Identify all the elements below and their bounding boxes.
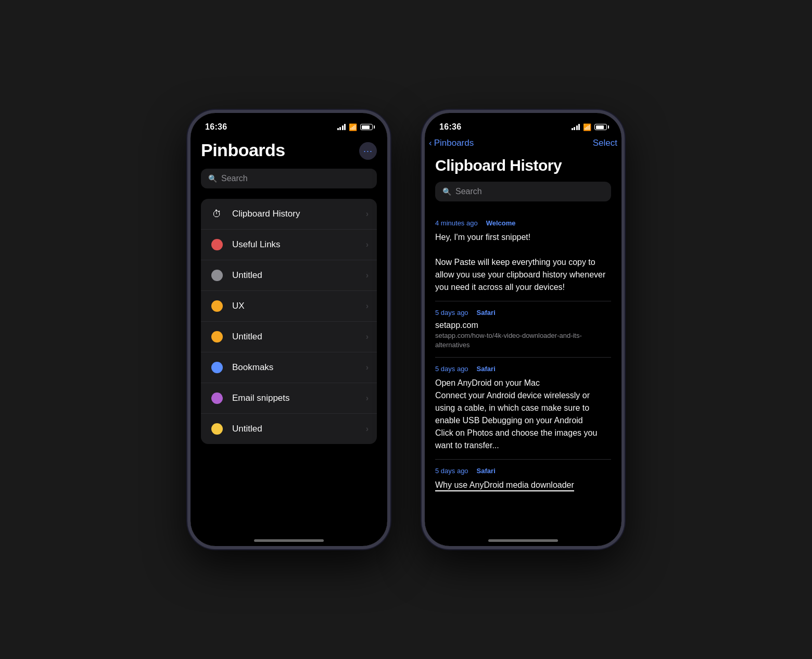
signal-icon-1: [337, 124, 346, 130]
status-icons-2: 📶: [572, 123, 607, 131]
color-dot-useful-links: [211, 239, 223, 250]
pinboards-list: ⏱ Clipboard History › Useful Links ›: [201, 199, 377, 444]
nav-bar-2: ‹ Pinboards Select: [425, 136, 621, 153]
phone-2: 16:36 📶 ‹ Pinboards Select Clipboard His…: [422, 110, 625, 549]
back-chevron-icon: ‹: [429, 138, 432, 148]
ellipsis-icon-1: ···: [363, 146, 373, 156]
list-label-email-snippets: Email snippets: [232, 393, 359, 403]
color-dot-bookmarks: [211, 362, 223, 373]
dot-icon-email-snippets: [209, 390, 225, 406]
clip-url-sub-2: setapp.com/how-to/4k-video-downloader-an…: [435, 331, 611, 350]
chevron-icon-useful-links: ›: [366, 240, 369, 249]
clip-source-4: Safari: [477, 467, 496, 475]
chevron-icon-email-snippets: ›: [366, 394, 369, 403]
chevron-icon-ux: ›: [366, 301, 369, 311]
page-title-2: Clipboard History: [435, 157, 611, 174]
list-item-email-snippets[interactable]: Email snippets ›: [201, 383, 377, 414]
clip-time-2: 5 days ago: [435, 309, 468, 316]
list-label-useful-links: Useful Links: [232, 239, 359, 250]
nav-back-button[interactable]: ‹ Pinboards: [429, 138, 474, 148]
home-indicator-1: [254, 539, 324, 542]
battery-icon-1: [360, 124, 373, 130]
nav-select-button[interactable]: Select: [593, 138, 617, 148]
dynamic-island-2: [492, 119, 554, 137]
list-item-clipboard-history[interactable]: ⏱ Clipboard History ›: [201, 199, 377, 230]
list-item-untitled-3[interactable]: Untitled ›: [201, 414, 377, 444]
search-placeholder-1: Search: [221, 174, 248, 183]
list-item-untitled-1[interactable]: Untitled ›: [201, 260, 377, 291]
list-item-ux[interactable]: UX ›: [201, 291, 377, 322]
clip-time-3: 5 days ago: [435, 365, 468, 373]
wifi-icon-1: 📶: [349, 123, 357, 131]
chevron-icon-untitled-3: ›: [366, 424, 369, 434]
battery-fill-2: [596, 125, 604, 129]
signal-icon-2: [572, 124, 580, 130]
search-bar-1[interactable]: 🔍 Search: [201, 169, 377, 188]
color-dot-ux: [211, 300, 223, 312]
nav-back-label: Pinboards: [434, 138, 474, 148]
clip-time-1: 4 minutes ago: [435, 219, 478, 227]
page-title-1: Pinboards: [201, 140, 285, 160]
dot-icon-untitled-3: [209, 421, 225, 437]
list-label-bookmarks: Bookmaks: [232, 362, 359, 373]
history-icon-container: ⏱: [209, 206, 225, 222]
color-dot-untitled-1: [211, 270, 223, 281]
clip-text-4: Why use AnyDroid media downloader: [435, 480, 574, 491]
color-dot-untitled-3: [211, 423, 223, 435]
search-bar-2[interactable]: 🔍 Search: [435, 182, 611, 201]
clip-source-2: Safari: [477, 309, 496, 316]
time-1: 16:36: [205, 122, 227, 132]
clip-meta-4: 5 days ago Safari: [435, 467, 611, 475]
clip-time-4: 5 days ago: [435, 467, 468, 475]
list-label-untitled-2: Untitled: [232, 332, 359, 342]
phone-1-content: Pinboards ··· 🔍 Search ⏱ Clipboard Histo…: [191, 136, 387, 538]
clip-meta-3: 5 days ago Safari: [435, 365, 611, 373]
color-dot-untitled-2: [211, 331, 223, 343]
battery-icon-2: [594, 124, 607, 130]
more-button-1[interactable]: ···: [359, 142, 377, 160]
home-indicator-2: [488, 539, 558, 542]
list-item-useful-links[interactable]: Useful Links ›: [201, 230, 377, 260]
clip-item-4[interactable]: 5 days ago Safari Why use AnyDroid media…: [435, 460, 611, 499]
chevron-icon-clipboard-history: ›: [366, 209, 369, 219]
search-placeholder-2: Search: [455, 187, 482, 196]
color-dot-email-snippets: [211, 392, 223, 404]
clipboard-list: 4 minutes ago Welcome Hey, I'm your firs…: [425, 212, 621, 546]
battery-fill-1: [362, 125, 370, 129]
time-2: 16:36: [439, 122, 461, 132]
list-item-bookmarks[interactable]: Bookmaks ›: [201, 352, 377, 383]
phone-2-header: Clipboard History 🔍 Search: [425, 157, 621, 201]
clip-item-3[interactable]: 5 days ago Safari Open AnyDroid on your …: [435, 358, 611, 460]
clip-meta-1: 4 minutes ago Welcome: [435, 219, 611, 227]
phone-2-screen: 16:36 📶 ‹ Pinboards Select Clipboard His…: [425, 113, 621, 546]
clip-source-3: Safari: [477, 365, 496, 373]
clip-item-1[interactable]: 4 minutes ago Welcome Hey, I'm your firs…: [435, 212, 611, 301]
clip-text-3: Open AnyDroid on your MacConnect your An…: [435, 377, 611, 452]
list-label-clipboard-history: Clipboard History: [232, 209, 359, 219]
list-label-untitled-1: Untitled: [232, 270, 359, 281]
list-label-ux: UX: [232, 301, 359, 311]
clip-text-1: Hey, I'm your first snippet!Now Paste wi…: [435, 231, 611, 294]
dot-icon-useful-links: [209, 237, 225, 252]
page-header-1: Pinboards ···: [201, 136, 377, 160]
chevron-icon-bookmarks: ›: [366, 363, 369, 372]
wifi-icon-2: 📶: [583, 123, 591, 131]
phone-1: 16:36 📶 Pinboards ··· 🔍 Sear: [187, 110, 390, 549]
dot-icon-bookmarks: [209, 360, 225, 375]
list-item-untitled-2[interactable]: Untitled ›: [201, 322, 377, 352]
clock-icon: ⏱: [212, 209, 222, 220]
chevron-icon-untitled-1: ›: [366, 271, 369, 280]
dynamic-island-1: [258, 119, 320, 137]
dot-icon-untitled-2: [209, 329, 225, 345]
list-label-untitled-3: Untitled: [232, 424, 359, 434]
dot-icon-untitled-1: [209, 268, 225, 283]
clip-url-title-2: setapp.com: [435, 321, 611, 330]
dot-icon-ux: [209, 298, 225, 314]
phone-1-screen: 16:36 📶 Pinboards ··· 🔍 Sear: [191, 113, 387, 546]
clip-item-2[interactable]: 5 days ago Safari setapp.com setapp.com/…: [435, 301, 611, 358]
search-icon-2: 🔍: [442, 187, 451, 196]
search-icon-1: 🔍: [208, 174, 217, 183]
status-icons-1: 📶: [337, 123, 373, 131]
chevron-icon-untitled-2: ›: [366, 332, 369, 341]
clip-source-1: Welcome: [486, 219, 516, 227]
